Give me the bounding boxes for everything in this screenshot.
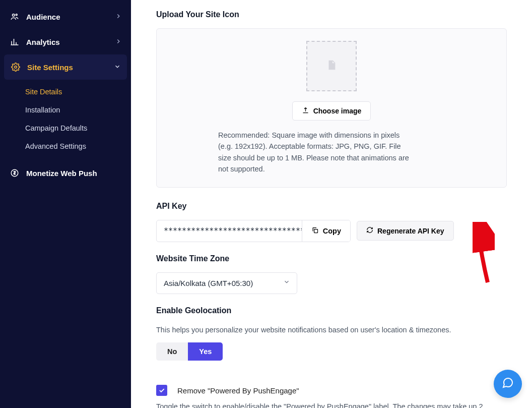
copy-icon	[311, 226, 319, 236]
sidebar-subitem-site-details[interactable]: Site Details	[25, 83, 131, 101]
content: Upload Your Site Icon Choose image Recom…	[131, 0, 532, 408]
sidebar-item-analytics[interactable]: Analytics	[0, 29, 131, 54]
api-key-box: ********************************ff2 Copy	[156, 220, 351, 242]
svg-point-0	[13, 14, 15, 17]
timezone-block: Website Time Zone Asia/Kolkata (GMT+05:3…	[156, 254, 507, 294]
geo-toggle: No Yes	[156, 342, 223, 361]
sidebar-sublist: Site Details Installation Campaign Defau…	[0, 80, 131, 160]
sidebar-item-label: Analytics	[26, 38, 60, 46]
chat-icon	[502, 377, 514, 391]
remove-branding-checkbox[interactable]	[156, 385, 167, 396]
svg-point-2	[15, 66, 17, 69]
upload-icon	[302, 106, 309, 115]
upload-title: Upload Your Site Icon	[156, 10, 507, 19]
chevron-right-icon	[115, 38, 122, 46]
sidebar-subitem-advanced-settings[interactable]: Advanced Settings	[25, 137, 131, 155]
copy-label: Copy	[323, 227, 341, 235]
branding-block: Remove "Powered By PushEngage" Toggle th…	[156, 385, 507, 408]
timezone-select[interactable]: Asia/Kolkata (GMT+05:30)	[156, 272, 297, 294]
sidebar-item-monetize[interactable]: Monetize Web Push	[0, 160, 131, 186]
choose-image-button[interactable]: Choose image	[292, 101, 371, 121]
gear-icon	[10, 62, 21, 73]
dollar-icon	[9, 167, 20, 179]
api-key-title: API Key	[156, 202, 507, 211]
copy-button[interactable]: Copy	[302, 220, 350, 242]
refresh-icon	[366, 226, 373, 235]
sidebar-item-label: Monetize Web Push	[26, 169, 97, 178]
chevron-down-icon	[114, 63, 121, 72]
analytics-icon	[9, 36, 20, 47]
regenerate-label: Regenerate API Key	[377, 227, 444, 235]
regenerate-api-key-button[interactable]: Regenerate API Key	[357, 221, 454, 241]
sidebar: Audience Analytics Site Settings Site De…	[0, 0, 131, 408]
main-area: Upload Your Site Icon Choose image Recom…	[131, 0, 532, 408]
geo-title: Enable Geolocation	[156, 306, 507, 315]
sidebar-item-site-settings[interactable]: Site Settings	[4, 54, 127, 80]
sidebar-item-label: Site Settings	[27, 63, 73, 72]
branding-desc: Toggle the switch to enable/disable the …	[156, 401, 507, 408]
remove-branding-label: Remove "Powered By PushEngage"	[177, 386, 299, 395]
svg-point-1	[16, 14, 17, 16]
image-placeholder-icon	[326, 60, 337, 73]
svg-rect-4	[314, 229, 317, 233]
audience-icon	[9, 11, 20, 22]
geo-yes-button[interactable]: Yes	[188, 342, 223, 361]
api-key-block: API Key ********************************…	[156, 202, 507, 242]
geolocation-block: Enable Geolocation This helps you person…	[156, 306, 507, 373]
sidebar-item-audience[interactable]: Audience	[0, 4, 131, 29]
chat-fab[interactable]	[494, 370, 522, 398]
upload-hint: Recommended: Square image with dimension…	[169, 130, 411, 175]
choose-image-label: Choose image	[313, 107, 362, 115]
chevron-right-icon	[115, 13, 122, 21]
sidebar-item-label: Audience	[26, 13, 60, 21]
api-key-value[interactable]: ********************************ff2	[157, 221, 302, 241]
timezone-title: Website Time Zone	[156, 254, 507, 263]
geo-no-button[interactable]: No	[156, 342, 188, 361]
sidebar-subitem-installation[interactable]: Installation	[25, 101, 131, 119]
image-drop-zone[interactable]	[306, 41, 357, 91]
upload-box: Choose image Recommended: Square image w…	[156, 28, 507, 188]
geo-desc: This helps you personalize your website …	[156, 324, 507, 335]
sidebar-subitem-campaign-defaults[interactable]: Campaign Defaults	[25, 119, 131, 137]
